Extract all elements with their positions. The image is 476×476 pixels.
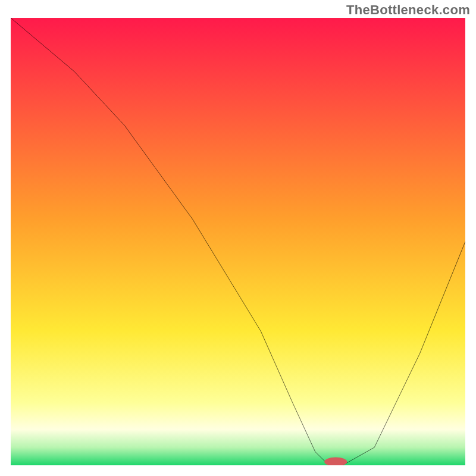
plot-area bbox=[11, 18, 465, 465]
gradient-background bbox=[11, 18, 465, 465]
chart-container: TheBottleneck.com bbox=[0, 0, 476, 476]
plot-svg bbox=[11, 18, 465, 465]
watermark-text: TheBottleneck.com bbox=[346, 2, 470, 18]
